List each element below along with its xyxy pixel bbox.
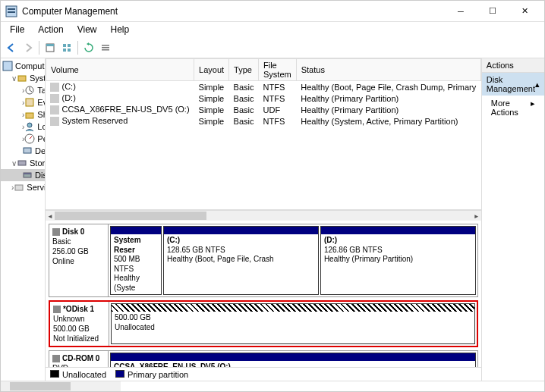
up-button[interactable] <box>43 40 58 55</box>
tree-system-tools[interactable]: ∨System Tools <box>1 72 45 84</box>
tree-storage[interactable]: ∨Storage <box>1 157 45 169</box>
col-type[interactable]: Type <box>229 59 259 81</box>
actions-pane: Actions Disk Management ▴ More Actions ▸ <box>482 58 544 381</box>
svg-rect-22 <box>24 173 31 174</box>
menu-help[interactable]: Help <box>105 23 136 36</box>
tree-local-users[interactable]: ›Local Users and Groups <box>1 121 45 133</box>
col-volume[interactable]: Volume <box>46 59 194 81</box>
col-fs[interactable]: File System <box>259 59 297 81</box>
svg-rect-23 <box>15 185 23 190</box>
tree-shared-folders[interactable]: ›Shared Folders <box>1 108 45 121</box>
svg-rect-8 <box>68 49 71 52</box>
partition[interactable]: System Reser500 MB NTFSHealthy (Syste <box>110 226 162 295</box>
disk-row[interactable]: *ODisk 1Unknown500.00 GBNot Initialized5… <box>49 300 478 347</box>
svg-rect-4 <box>46 44 54 46</box>
toolbar <box>1 37 544 58</box>
partition[interactable]: (C:)128.65 GB NTFSHealthy (Boot, Page Fi… <box>163 226 319 295</box>
svg-rect-1 <box>8 8 15 10</box>
refresh-button[interactable] <box>81 40 96 55</box>
partition[interactable]: (D:)126.86 GB NTFSHealthy (Primary Parti… <box>320 226 476 295</box>
actions-section[interactable]: Disk Management ▴ <box>482 73 544 96</box>
svg-point-17 <box>27 123 32 127</box>
partition[interactable]: 500.00 GBUnallocated <box>111 303 475 344</box>
maximize-button[interactable]: ☐ <box>477 2 508 20</box>
views-button[interactable] <box>59 40 74 55</box>
tree-event-viewer[interactable]: ›Event Viewer <box>1 96 45 108</box>
list-button[interactable] <box>98 40 113 55</box>
svg-rect-13 <box>18 76 26 81</box>
table-row[interactable]: CCSA_X86FRE_EN-US_DV5 (O:)SimpleBasicUDF… <box>46 104 480 115</box>
disk-row[interactable]: Disk 0Basic256.00 GBOnlineSystem Reser50… <box>49 224 478 297</box>
menu-file[interactable]: File <box>4 23 30 36</box>
svg-rect-12 <box>3 61 12 71</box>
forward-button[interactable] <box>20 40 36 55</box>
col-status[interactable]: Status <box>296 59 480 81</box>
table-row[interactable]: System ReservedSimpleBasicNTFSHealthy (S… <box>46 115 480 127</box>
app-icon <box>5 5 17 17</box>
tree-services[interactable]: ›Services and Applications <box>1 181 45 193</box>
svg-rect-11 <box>102 49 109 51</box>
legend: Unallocated Primary partition <box>46 367 481 381</box>
svg-rect-2 <box>8 11 15 13</box>
svg-rect-16 <box>26 113 33 118</box>
menu-action[interactable]: Action <box>32 23 69 36</box>
volume-list[interactable]: Volume Layout Type File System Status (C… <box>46 58 481 210</box>
minimize-button[interactable]: ─ <box>446 2 476 20</box>
table-row[interactable]: (D:)SimpleBasicNTFSHealthy (Primary Part… <box>46 93 480 104</box>
disk-row[interactable]: CD-ROM 0DVD3.01 GBOnlineCCSA_X86FRE_EN-U… <box>49 350 478 367</box>
collapse-icon: ▴ <box>535 80 540 89</box>
window-title: Computer Management <box>22 6 446 17</box>
tree-disk-management[interactable]: Disk Management <box>1 169 45 181</box>
chevron-right-icon: ▸ <box>531 99 535 117</box>
back-button[interactable] <box>4 40 19 55</box>
tree-hscroll[interactable] <box>1 381 544 391</box>
volume-hscroll[interactable]: ◄► <box>46 210 481 221</box>
svg-rect-15 <box>26 99 33 106</box>
menu-view[interactable]: View <box>71 23 103 36</box>
tree-performance[interactable]: ›Performance <box>1 133 45 145</box>
tree-root[interactable]: Computer Management (Local) <box>1 60 45 72</box>
svg-rect-7 <box>63 49 66 52</box>
tree-device-manager[interactable]: Device Manager <box>1 145 45 157</box>
close-button[interactable]: ✕ <box>509 2 540 20</box>
svg-rect-19 <box>24 148 31 153</box>
svg-rect-9 <box>102 45 109 46</box>
svg-rect-10 <box>102 47 109 49</box>
actions-header: Actions <box>482 58 544 73</box>
svg-rect-5 <box>63 44 66 47</box>
svg-rect-6 <box>68 44 71 47</box>
actions-more[interactable]: More Actions ▸ <box>482 96 544 120</box>
navigation-tree[interactable]: Computer Management (Local) ∨System Tool… <box>1 58 46 381</box>
menu-bar: File Action View Help <box>1 22 544 37</box>
tree-task-scheduler[interactable]: ›Task Scheduler <box>1 84 45 96</box>
partition[interactable]: CCSA_X86FRE_EN-US_DV5 (O:)3.01 GB UDFHea… <box>110 353 476 367</box>
disk-diagram[interactable]: Disk 0Basic256.00 GBOnlineSystem Reser50… <box>46 221 481 367</box>
svg-rect-20 <box>18 161 26 165</box>
col-layout[interactable]: Layout <box>194 59 229 81</box>
table-row[interactable]: (C:)SimpleBasicNTFSHealthy (Boot, Page F… <box>46 81 480 93</box>
